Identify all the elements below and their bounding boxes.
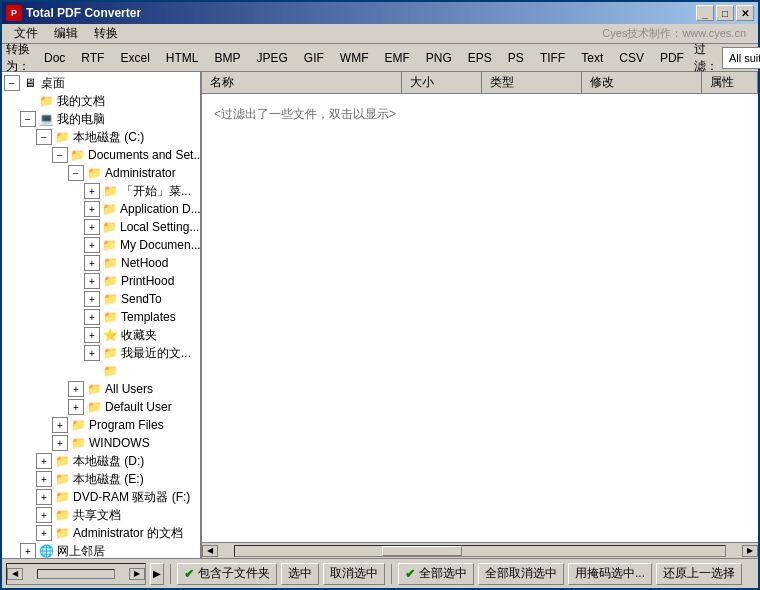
format-ps[interactable]: PS — [502, 47, 530, 69]
tree-node-network[interactable]: 网上邻居 — [4, 542, 198, 558]
format-png[interactable]: PNG — [420, 47, 458, 69]
col-modified[interactable]: 修改 — [582, 72, 702, 93]
tree-node-program-files[interactable]: Program Files — [4, 416, 198, 434]
tree-node-mycomputer[interactable]: 我的电脑 — [4, 110, 198, 128]
tree-node-my-documents[interactable]: My Documen... — [4, 236, 198, 254]
tree-node-recent[interactable]: 我最近的文... — [4, 344, 198, 362]
file-hscrollbar[interactable]: ◀ ▶ — [202, 542, 758, 558]
tree-node-blank[interactable] — [4, 362, 198, 380]
format-pdf[interactable]: PDF — [654, 47, 690, 69]
tree-node-docs-settings[interactable]: Documents and Set... — [4, 146, 198, 164]
format-bmp[interactable]: BMP — [208, 47, 246, 69]
tree-node-drive-c[interactable]: 本地磁盘 (C:) — [4, 128, 198, 146]
tree-node-templates[interactable]: Templates — [4, 308, 198, 326]
select-button[interactable]: 选中 — [281, 563, 319, 585]
format-wmf[interactable]: WMF — [334, 47, 375, 69]
col-size[interactable]: 大小 — [402, 72, 482, 93]
tree-node-printhood[interactable]: PrintHood — [4, 272, 198, 290]
expander-startmenu[interactable] — [84, 183, 100, 199]
main-area: 🖥 桌面 我的文档 我的电脑 本地磁盘 (C:) — [2, 72, 758, 558]
format-eps[interactable]: EPS — [462, 47, 498, 69]
file-tree[interactable]: 🖥 桌面 我的文档 我的电脑 本地磁盘 (C:) — [2, 72, 202, 558]
col-attr[interactable]: 属性 — [702, 72, 758, 93]
minimize-button[interactable]: _ — [696, 5, 714, 21]
col-name[interactable]: 名称 — [202, 72, 402, 93]
expander-network[interactable] — [20, 543, 36, 558]
expander-drive-f[interactable] — [36, 489, 52, 505]
deselect-all-button[interactable]: 全部取消选中 — [478, 563, 564, 585]
expander-drive-e[interactable] — [36, 471, 52, 487]
format-tiff[interactable]: TIFF — [534, 47, 571, 69]
menu-convert[interactable]: 转换 — [86, 23, 126, 44]
expander-docs-settings[interactable] — [52, 147, 68, 163]
tree-scroll-down[interactable]: ▶ — [150, 563, 164, 585]
expander-favorites[interactable] — [84, 327, 100, 343]
expander-templates[interactable] — [84, 309, 100, 325]
select-mask-button[interactable]: 用掩码选中... — [568, 563, 652, 585]
tree-node-desktop[interactable]: 🖥 桌面 — [4, 74, 198, 92]
expander-application[interactable] — [84, 201, 100, 217]
folder-icon-drive-e — [54, 472, 70, 486]
expander-desktop[interactable] — [4, 75, 20, 91]
expander-nethood[interactable] — [84, 255, 100, 271]
filter-message[interactable]: <过滤出了一些文件，双击以显示> — [210, 102, 750, 127]
format-jpeg[interactable]: JPEG — [250, 47, 293, 69]
expander-printhood[interactable] — [84, 273, 100, 289]
format-gif[interactable]: GIF — [298, 47, 330, 69]
tree-node-windows[interactable]: WINDOWS — [4, 434, 198, 452]
expander-default-user[interactable] — [68, 399, 84, 415]
filter-select[interactable]: All suitable files (*.pdf,*. — [722, 47, 760, 69]
expander-mycomputer[interactable] — [20, 111, 36, 127]
restore-prev-label: 还原上一选择 — [663, 565, 735, 582]
format-csv[interactable]: CSV — [613, 47, 650, 69]
expander-my-documents[interactable] — [84, 237, 100, 253]
tree-node-drive-f[interactable]: DVD-RAM 驱动器 (F:) — [4, 488, 198, 506]
hscroll-thumb[interactable] — [382, 546, 462, 556]
tree-node-drive-d[interactable]: 本地磁盘 (D:) — [4, 452, 198, 470]
tree-hscrollbar[interactable]: ◀ ▶ — [6, 563, 146, 585]
deselect-button[interactable]: 取消选中 — [323, 563, 385, 585]
expander-all-users[interactable] — [68, 381, 84, 397]
format-emf[interactable]: EMF — [378, 47, 415, 69]
tree-node-startmenu[interactable]: 「开始」菜... — [4, 182, 198, 200]
tree-node-sendto[interactable]: SendTo — [4, 290, 198, 308]
menu-edit[interactable]: 编辑 — [46, 23, 86, 44]
tree-node-favorites[interactable]: 收藏夹 — [4, 326, 198, 344]
col-type[interactable]: 类型 — [482, 72, 582, 93]
format-excel[interactable]: Excel — [114, 47, 155, 69]
select-all-button[interactable]: ✔ 全部选中 — [398, 563, 474, 585]
expander-drive-c[interactable] — [36, 129, 52, 145]
scroll-right-arrow[interactable]: ▶ — [742, 545, 758, 557]
expander-admin-docs[interactable] — [36, 525, 52, 541]
format-rtf[interactable]: RTF — [75, 47, 110, 69]
tree-node-all-users[interactable]: All Users — [4, 380, 198, 398]
format-doc[interactable]: Doc — [38, 47, 71, 69]
expander-shared-docs[interactable] — [36, 507, 52, 523]
close-button[interactable]: ✕ — [736, 5, 754, 21]
tree-node-administrator[interactable]: Administrator — [4, 164, 198, 182]
tree-node-mydocs[interactable]: 我的文档 — [4, 92, 198, 110]
expander-drive-d[interactable] — [36, 453, 52, 469]
scroll-left-arrow[interactable]: ◀ — [202, 545, 218, 557]
hscroll-track[interactable] — [234, 545, 726, 557]
restore-prev-button[interactable]: 还原上一选择 — [656, 563, 742, 585]
tree-scroll-right[interactable]: ▶ — [129, 568, 145, 580]
maximize-button[interactable]: □ — [716, 5, 734, 21]
tree-node-shared-docs[interactable]: 共享文档 — [4, 506, 198, 524]
include-subfolders-button[interactable]: ✔ 包含子文件夹 — [177, 563, 277, 585]
tree-scroll-left[interactable]: ◀ — [7, 568, 23, 580]
expander-administrator[interactable] — [68, 165, 84, 181]
expander-local-settings[interactable] — [84, 219, 100, 235]
expander-recent[interactable] — [84, 345, 100, 361]
tree-node-nethood[interactable]: NetHood — [4, 254, 198, 272]
expander-sendto[interactable] — [84, 291, 100, 307]
format-html[interactable]: HTML — [160, 47, 205, 69]
tree-node-default-user[interactable]: Default User — [4, 398, 198, 416]
expander-windows[interactable] — [52, 435, 68, 451]
tree-node-local-settings[interactable]: Local Setting... — [4, 218, 198, 236]
tree-node-admin-docs[interactable]: Administrator 的文档 — [4, 524, 198, 542]
tree-node-drive-e[interactable]: 本地磁盘 (E:) — [4, 470, 198, 488]
tree-node-application[interactable]: Application D... — [4, 200, 198, 218]
format-text[interactable]: Text — [575, 47, 609, 69]
expander-program-files[interactable] — [52, 417, 68, 433]
